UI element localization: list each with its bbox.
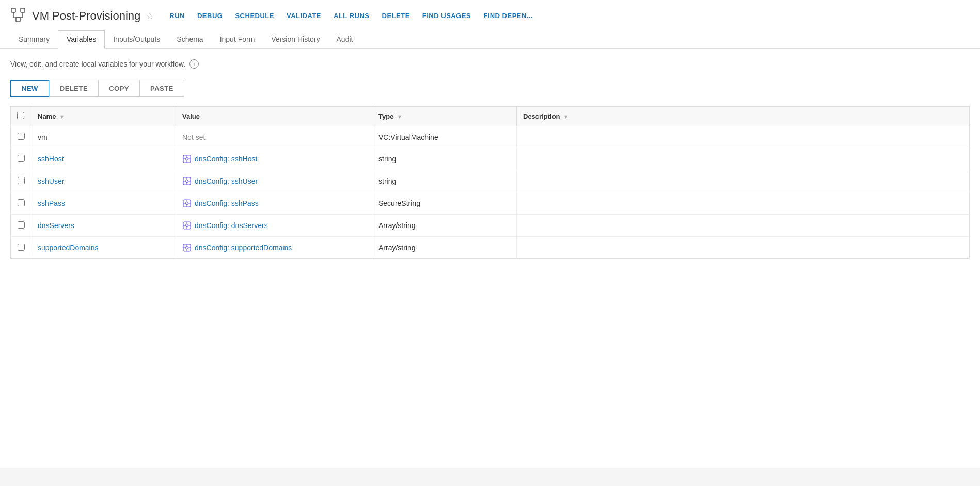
table-row: sshPass dnsConfig: sshPassSecureString	[11, 192, 970, 215]
row-checkbox[interactable]	[18, 133, 25, 140]
variable-value-link[interactable]: dnsConfig: sshHost	[195, 155, 257, 163]
description-row: View, edit, and create local variables f…	[10, 59, 970, 69]
row-description-cell	[517, 192, 970, 215]
row-type-cell: Array/string	[372, 215, 517, 237]
th-select-all[interactable]	[11, 107, 31, 126]
select-all-checkbox[interactable]	[17, 112, 24, 119]
row-name-cell: sshPass	[31, 192, 176, 215]
variable-name: vm	[31, 126, 176, 148]
find-dependencies-button[interactable]: FIND DEPEN...	[483, 12, 533, 20]
header-top: VM Post-Provisioning ☆ RUN DEBUG SCHEDUL…	[10, 7, 970, 24]
row-checkbox-cell	[11, 192, 31, 215]
variable-value-link[interactable]: dnsConfig: supportedDomains	[195, 244, 292, 252]
variable-name-link[interactable]: sshHost	[38, 155, 64, 163]
favorite-icon[interactable]: ☆	[146, 10, 154, 22]
find-usages-button[interactable]: FIND USAGES	[422, 12, 471, 20]
variables-table: Name ▼ Value Type ▼	[10, 106, 970, 259]
variable-value: Not set	[182, 133, 205, 141]
all-runs-button[interactable]: ALL RUNS	[334, 12, 369, 20]
resource-icon	[182, 243, 192, 252]
th-type: Type ▼	[372, 107, 517, 126]
resource-icon	[182, 221, 192, 230]
svg-point-20	[186, 202, 188, 205]
row-checkbox[interactable]	[18, 155, 25, 162]
variable-name-link[interactable]: supportedDomains	[38, 244, 99, 252]
row-checkbox-cell	[11, 170, 31, 192]
svg-point-14	[186, 180, 188, 183]
row-checkbox-cell	[11, 148, 31, 170]
row-value-cell: Not set	[176, 126, 372, 148]
row-checkbox-cell	[11, 237, 31, 259]
row-checkbox[interactable]	[18, 199, 25, 206]
description-text: View, edit, and create local variables f…	[10, 60, 185, 68]
row-checkbox-cell	[11, 215, 31, 237]
row-checkbox[interactable]	[18, 177, 25, 184]
resource-icon	[182, 176, 192, 186]
svg-point-8	[186, 158, 188, 160]
variable-value-link[interactable]: dnsConfig: sshUser	[195, 177, 258, 185]
delete-button[interactable]: DELETE	[382, 12, 410, 20]
row-type-cell: string	[372, 170, 517, 192]
schedule-button[interactable]: SCHEDULE	[235, 12, 274, 20]
svg-rect-2	[16, 18, 20, 22]
header: VM Post-Provisioning ☆ RUN DEBUG SCHEDUL…	[0, 0, 980, 49]
table-row: supportedDomains dnsConfig: supportedDom…	[11, 237, 970, 259]
validate-button[interactable]: VALIDATE	[287, 12, 321, 20]
header-actions: RUN DEBUG SCHEDULE VALIDATE ALL RUNS DEL…	[169, 12, 533, 20]
table-row: dnsServers dnsConfig: dnsServersArray/st…	[11, 215, 970, 237]
row-name-cell: supportedDomains	[31, 237, 176, 259]
svg-rect-0	[11, 8, 15, 12]
tab-audit[interactable]: Audit	[328, 30, 361, 48]
th-desc-label: Description	[523, 112, 560, 120]
page-title: VM Post-Provisioning	[32, 9, 140, 23]
tab-schema[interactable]: Schema	[168, 30, 211, 48]
row-description-cell	[517, 126, 970, 148]
tab-variables[interactable]: Variables	[58, 30, 105, 49]
copy-button[interactable]: COPY	[98, 80, 140, 97]
th-type-label: Type	[378, 112, 393, 120]
row-value-cell: dnsConfig: supportedDomains	[176, 237, 372, 259]
row-value-cell: dnsConfig: dnsServers	[176, 215, 372, 237]
table-header-row: Name ▼ Value Type ▼	[11, 107, 970, 126]
tab-inputs-outputs[interactable]: Inputs/Outputs	[105, 30, 168, 48]
run-button[interactable]: RUN	[169, 12, 185, 20]
desc-filter-icon[interactable]: ▼	[563, 114, 569, 120]
th-value-label: Value	[182, 112, 200, 120]
tab-input-form[interactable]: Input Form	[212, 30, 263, 48]
row-type-cell: string	[372, 148, 517, 170]
row-description-cell	[517, 215, 970, 237]
paste-button[interactable]: PASTE	[139, 80, 184, 97]
tabs: Summary Variables Inputs/Outputs Schema …	[10, 30, 970, 48]
variable-value-link[interactable]: dnsConfig: dnsServers	[195, 221, 268, 230]
svg-rect-1	[21, 8, 25, 12]
info-icon[interactable]: i	[189, 59, 199, 69]
row-checkbox[interactable]	[18, 244, 25, 251]
th-description: Description ▼	[517, 107, 970, 126]
variable-name-link[interactable]: sshPass	[38, 199, 65, 207]
variable-name-link[interactable]: sshUser	[38, 177, 64, 185]
type-filter-icon[interactable]: ▼	[397, 114, 402, 120]
variable-value-link[interactable]: dnsConfig: sshPass	[195, 199, 259, 207]
row-value-cell: dnsConfig: sshUser	[176, 170, 372, 192]
new-button[interactable]: NEW	[10, 80, 50, 97]
workflow-icon	[10, 7, 26, 24]
delete-variable-button[interactable]: DELETE	[49, 80, 99, 97]
name-filter-icon[interactable]: ▼	[59, 114, 65, 120]
row-name-cell: sshUser	[31, 170, 176, 192]
variable-name-link[interactable]: dnsServers	[38, 221, 74, 230]
th-name-label: Name	[38, 112, 56, 120]
resource-icon	[182, 154, 192, 164]
table-row: sshUser dnsConfig: sshUserstring	[11, 170, 970, 192]
table-row: sshHost dnsConfig: sshHoststring	[11, 148, 970, 170]
svg-point-26	[186, 224, 188, 227]
debug-button[interactable]: DEBUG	[197, 12, 223, 20]
tab-version-history[interactable]: Version History	[263, 30, 328, 48]
row-description-cell	[517, 170, 970, 192]
tab-summary[interactable]: Summary	[10, 30, 58, 48]
row-value-cell: dnsConfig: sshPass	[176, 192, 372, 215]
row-checkbox[interactable]	[18, 221, 25, 229]
row-description-cell	[517, 237, 970, 259]
resource-icon	[182, 199, 192, 208]
row-name-cell: dnsServers	[31, 215, 176, 237]
row-type-cell: VC:VirtualMachine	[372, 126, 517, 148]
